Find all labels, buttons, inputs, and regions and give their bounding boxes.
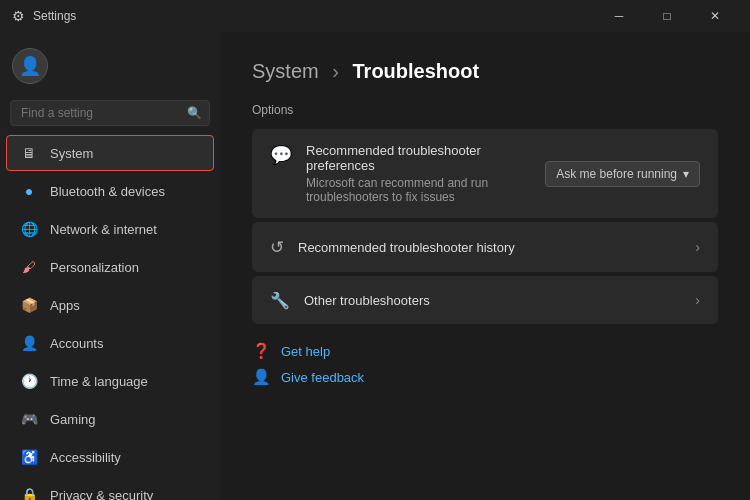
give-feedback-link[interactable]: 👤 Give feedback: [252, 368, 718, 386]
other-troubleshooters-icon: 🔧: [270, 291, 290, 310]
chevron-right-icon-other: ›: [695, 292, 700, 308]
card-other-troubleshooters[interactable]: 🔧 Other troubleshooters ›: [252, 276, 718, 324]
get-help-label: Get help: [281, 344, 330, 359]
sidebar-item-accessibility[interactable]: ♿ Accessibility: [6, 439, 214, 475]
content-area: System › Troubleshoot Options 💬 Recommen…: [220, 32, 750, 500]
gaming-icon: 🎮: [20, 410, 38, 428]
settings-icon: ⚙: [12, 8, 25, 24]
give-feedback-label: Give feedback: [281, 370, 364, 385]
privacy-icon: 🔒: [20, 486, 38, 500]
breadcrumb-parent: System: [252, 60, 319, 82]
card-recommended-history[interactable]: ↺ Recommended troubleshooter history ›: [252, 222, 718, 272]
sidebar-label-time: Time & language: [50, 374, 148, 389]
card-text-recommended-prefs: Recommended troubleshooter preferences M…: [306, 143, 545, 204]
sidebar-label-accessibility: Accessibility: [50, 450, 121, 465]
sidebar-item-apps[interactable]: 📦 Apps: [6, 287, 214, 323]
card-desc-recommended-prefs: Microsoft can recommend and run troubles…: [306, 176, 545, 204]
card-left-recommended-prefs: 💬 Recommended troubleshooter preferences…: [270, 143, 545, 204]
sidebar-item-bluetooth[interactable]: ● Bluetooth & devices: [6, 173, 214, 209]
time-icon: 🕐: [20, 372, 38, 390]
titlebar-title: Settings: [33, 9, 76, 23]
links-section: ❓ Get help 👤 Give feedback: [252, 342, 718, 386]
maximize-button[interactable]: □: [644, 0, 690, 32]
breadcrumb: System › Troubleshoot: [252, 60, 718, 83]
search-icon: 🔍: [187, 106, 202, 120]
bluetooth-icon: ●: [20, 182, 38, 200]
dropdown-label: Ask me before running: [556, 167, 677, 181]
give-feedback-icon: 👤: [252, 368, 271, 386]
main-layout: 👤 🔍 🖥 System ● Bluetooth & devices 🌐 Net…: [0, 32, 750, 500]
personalization-icon: 🖌: [20, 258, 38, 276]
sidebar-label-system: System: [50, 146, 93, 161]
titlebar: ⚙ Settings ─ □ ✕: [0, 0, 750, 32]
apps-icon: 📦: [20, 296, 38, 314]
search-input[interactable]: [10, 100, 210, 126]
get-help-icon: ❓: [252, 342, 271, 360]
chevron-down-icon: ▾: [683, 167, 689, 181]
get-help-link[interactable]: ❓ Get help: [252, 342, 718, 360]
sidebar-label-privacy: Privacy & security: [50, 488, 153, 501]
card-title-history: Recommended troubleshooter history: [298, 240, 515, 255]
accounts-icon: 👤: [20, 334, 38, 352]
sidebar-label-personalization: Personalization: [50, 260, 139, 275]
minimize-button[interactable]: ─: [596, 0, 642, 32]
chevron-right-icon-history: ›: [695, 239, 700, 255]
network-icon: 🌐: [20, 220, 38, 238]
breadcrumb-separator: ›: [332, 60, 339, 82]
sidebar-item-gaming[interactable]: 🎮 Gaming: [6, 401, 214, 437]
troubleshooter-dropdown[interactable]: Ask me before running ▾: [545, 161, 700, 187]
titlebar-left: ⚙ Settings: [12, 8, 76, 24]
sidebar-item-network[interactable]: 🌐 Network & internet: [6, 211, 214, 247]
breadcrumb-current: Troubleshoot: [352, 60, 479, 82]
card-recommended-prefs[interactable]: 💬 Recommended troubleshooter preferences…: [252, 129, 718, 218]
sidebar-item-personalization[interactable]: 🖌 Personalization: [6, 249, 214, 285]
accessibility-icon: ♿: [20, 448, 38, 466]
system-icon: 🖥: [20, 144, 38, 162]
card-simple-left-history: ↺ Recommended troubleshooter history: [270, 236, 515, 258]
sidebar-item-accounts[interactable]: 👤 Accounts: [6, 325, 214, 361]
sidebar-item-time[interactable]: 🕐 Time & language: [6, 363, 214, 399]
sidebar-item-privacy[interactable]: 🔒 Privacy & security: [6, 477, 214, 500]
sidebar-label-apps: Apps: [50, 298, 80, 313]
troubleshooter-prefs-icon: 💬: [270, 144, 292, 166]
card-simple-left-other: 🔧 Other troubleshooters: [270, 290, 430, 310]
close-button[interactable]: ✕: [692, 0, 738, 32]
avatar: 👤: [12, 48, 48, 84]
sidebar-item-system[interactable]: 🖥 System: [6, 135, 214, 171]
sidebar-label-network: Network & internet: [50, 222, 157, 237]
history-icon: ↺: [270, 237, 284, 258]
sidebar: 👤 🔍 🖥 System ● Bluetooth & devices 🌐 Net…: [0, 32, 220, 500]
search-box[interactable]: 🔍: [10, 100, 210, 126]
card-title-recommended-prefs: Recommended troubleshooter preferences: [306, 143, 545, 173]
sidebar-label-bluetooth: Bluetooth & devices: [50, 184, 165, 199]
sidebar-label-gaming: Gaming: [50, 412, 96, 427]
user-icon: 👤: [19, 55, 41, 77]
user-profile[interactable]: 👤: [0, 32, 220, 96]
card-title-other: Other troubleshooters: [304, 293, 430, 308]
options-label: Options: [252, 103, 718, 117]
titlebar-controls: ─ □ ✕: [596, 0, 738, 32]
sidebar-label-accounts: Accounts: [50, 336, 103, 351]
